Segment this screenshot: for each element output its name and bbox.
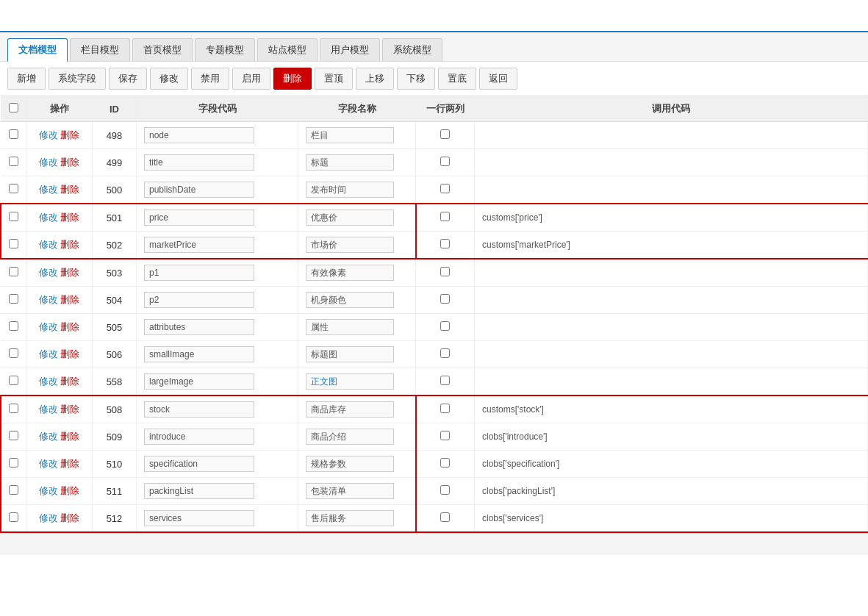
row-checkbox[interactable] [9,239,18,248]
tab-user-model[interactable]: 用户模型 [320,38,380,61]
row-checkbox[interactable] [9,404,18,413]
row-checkbox[interactable] [9,321,18,331]
delete-link[interactable]: 删除 [60,184,79,195]
two-col-checkbox[interactable] [440,212,450,221]
field-code-input[interactable] [144,237,254,253]
row-checkbox[interactable] [9,485,18,495]
btn-save[interactable]: 保存 [109,68,147,90]
field-name-input[interactable] [306,401,394,418]
field-code-input[interactable] [144,346,254,362]
edit-link[interactable]: 修改 [39,404,58,415]
btn-bottom[interactable]: 置底 [438,68,476,90]
delete-link[interactable]: 删除 [60,267,79,278]
edit-link[interactable]: 修改 [39,129,58,140]
delete-link[interactable]: 删除 [60,376,79,387]
two-col-checkbox[interactable] [440,129,450,139]
field-code-input[interactable] [144,265,254,281]
field-code-input[interactable] [144,401,254,418]
field-name-input[interactable] [306,373,394,390]
edit-link[interactable]: 修改 [39,485,58,496]
row-checkbox[interactable] [9,157,18,166]
field-code-input[interactable] [144,319,254,335]
row-checkbox[interactable] [9,458,18,468]
two-col-checkbox[interactable] [440,485,450,495]
field-name-input[interactable] [306,346,394,362]
field-code-input[interactable] [144,510,254,526]
two-col-checkbox[interactable] [440,321,450,331]
row-checkbox[interactable] [9,512,18,522]
two-col-checkbox[interactable] [440,157,450,166]
field-code-input[interactable] [144,292,254,308]
tab-document-model[interactable]: 文档模型 [7,38,68,62]
two-col-checkbox[interactable] [440,376,450,385]
tab-column-model[interactable]: 栏目模型 [70,38,130,61]
delete-link[interactable]: 删除 [60,321,79,332]
row-checkbox[interactable] [9,294,18,304]
field-name-input[interactable] [306,292,394,308]
btn-add[interactable]: 新增 [7,68,46,90]
two-col-checkbox[interactable] [440,239,450,248]
edit-link[interactable]: 修改 [39,212,58,223]
field-name-input[interactable] [306,510,394,526]
btn-system-fields[interactable]: 系统字段 [49,68,106,90]
edit-link[interactable]: 修改 [39,431,58,442]
field-name-input[interactable] [306,154,394,171]
tab-site-model[interactable]: 站点模型 [257,38,318,61]
field-name-input[interactable] [306,429,394,445]
delete-link[interactable]: 删除 [60,485,79,496]
two-col-checkbox[interactable] [440,267,450,276]
row-checkbox[interactable] [9,212,18,221]
field-code-input[interactable] [144,483,254,499]
tab-home-model[interactable]: 首页模型 [132,38,193,61]
field-name-input[interactable] [306,483,394,499]
field-name-input[interactable] [306,182,394,198]
delete-link[interactable]: 删除 [60,458,79,469]
edit-link[interactable]: 修改 [39,294,58,305]
two-col-checkbox[interactable] [440,184,450,193]
edit-link[interactable]: 修改 [39,267,58,278]
delete-link[interactable]: 删除 [60,348,79,359]
tab-special-model[interactable]: 专题模型 [195,38,255,61]
delete-link[interactable]: 删除 [60,157,79,168]
btn-delete[interactable]: 删除 [273,68,312,90]
edit-link[interactable]: 修改 [39,512,58,523]
field-code-input[interactable] [144,429,254,445]
delete-link[interactable]: 删除 [60,212,79,223]
btn-back[interactable]: 返回 [479,68,517,90]
field-name-input[interactable] [306,265,394,281]
two-col-checkbox[interactable] [440,294,450,304]
btn-down[interactable]: 下移 [397,68,435,90]
field-code-input[interactable] [144,373,254,390]
field-code-input[interactable] [144,127,254,143]
edit-link[interactable]: 修改 [39,184,58,195]
row-checkbox[interactable] [9,129,18,139]
field-code-input[interactable] [144,209,254,226]
two-col-checkbox[interactable] [440,404,450,413]
edit-link[interactable]: 修改 [39,458,58,469]
delete-link[interactable]: 删除 [60,239,79,250]
row-checkbox[interactable] [9,184,18,193]
delete-link[interactable]: 删除 [60,294,79,305]
tab-system-model[interactable]: 系统模型 [382,38,442,61]
two-col-checkbox[interactable] [440,348,450,358]
field-code-input[interactable] [144,456,254,472]
edit-link[interactable]: 修改 [39,321,58,332]
btn-top[interactable]: 置顶 [315,68,353,90]
delete-link[interactable]: 删除 [60,512,79,523]
field-name-input[interactable] [306,319,394,335]
delete-link[interactable]: 删除 [60,129,79,140]
two-col-checkbox[interactable] [440,512,450,522]
two-col-checkbox[interactable] [440,431,450,440]
field-name-input[interactable] [306,456,394,472]
field-code-input[interactable] [144,154,254,171]
btn-edit[interactable]: 修改 [150,68,188,90]
two-col-checkbox[interactable] [440,458,450,468]
field-name-input[interactable] [306,127,394,143]
btn-disable[interactable]: 禁用 [191,68,229,90]
btn-enable[interactable]: 启用 [232,68,270,90]
btn-up[interactable]: 上移 [356,68,394,90]
edit-link[interactable]: 修改 [39,348,58,359]
edit-link[interactable]: 修改 [39,376,58,387]
edit-link[interactable]: 修改 [39,239,58,250]
select-all-checkbox[interactable] [9,103,18,112]
